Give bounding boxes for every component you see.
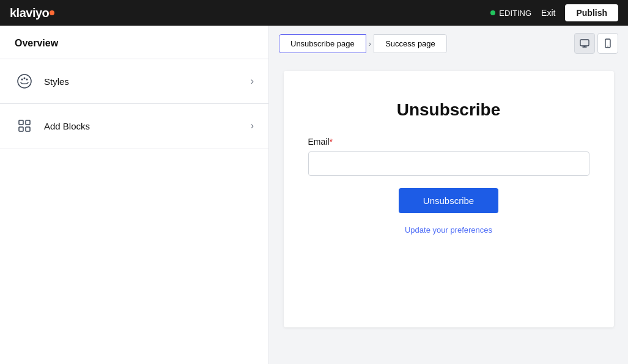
logo-text: klaviyo [10, 6, 49, 20]
svg-point-3 [26, 79, 28, 81]
form-title: Unsubscribe [397, 100, 501, 120]
sidebar-item-styles[interactable]: Styles › [0, 59, 268, 104]
sidebar-item-blocks-left: Add Blocks [15, 116, 90, 136]
svg-rect-7 [26, 127, 30, 131]
svg-point-1 [21, 79, 23, 81]
svg-point-12 [607, 46, 608, 47]
svg-point-2 [24, 78, 26, 79]
tab-success-page[interactable]: Success page [374, 34, 447, 53]
email-form-group: Email* [308, 137, 589, 176]
sidebar: Overview Styles › [0, 26, 269, 364]
palette-icon [15, 71, 34, 91]
preview-area: Unsubscribe Email* Unsubscribe Update yo… [269, 61, 628, 364]
content-area: Unsubscribe page › Success page [269, 26, 628, 364]
editing-indicator [490, 10, 495, 15]
sidebar-item-styles-left: Styles [15, 71, 69, 91]
email-input[interactable] [308, 151, 589, 176]
tab-bar: Unsubscribe page › Success page [269, 26, 628, 61]
required-star: * [330, 137, 333, 147]
preferences-link[interactable]: Update your preferences [405, 225, 492, 235]
main-layout: Overview Styles › [0, 26, 628, 364]
tab-separator-arrow: › [366, 39, 374, 48]
editing-status: EDITING [490, 9, 531, 18]
styles-label: Styles [44, 76, 69, 87]
blocks-chevron-icon: › [251, 120, 254, 131]
email-label: Email* [308, 137, 589, 147]
logo-dot [50, 10, 54, 15]
tab-unsubscribe-page[interactable]: Unsubscribe page [279, 34, 366, 53]
blocks-icon [15, 116, 34, 136]
app-header: klaviyo EDITING Exit Publish [0, 0, 628, 26]
svg-rect-8 [580, 40, 589, 46]
svg-rect-5 [26, 120, 30, 125]
preview-card: Unsubscribe Email* Unsubscribe Update yo… [284, 71, 614, 327]
desktop-view-button[interactable] [574, 33, 595, 54]
unsubscribe-button[interactable]: Unsubscribe [399, 188, 498, 213]
view-toggle-group [574, 33, 618, 54]
exit-button[interactable]: Exit [541, 8, 555, 18]
publish-button[interactable]: Publish [565, 4, 618, 21]
header-actions: EDITING Exit Publish [490, 4, 618, 21]
svg-point-0 [18, 75, 31, 88]
editing-label: EDITING [499, 9, 531, 18]
svg-rect-6 [19, 127, 23, 131]
logo: klaviyo [10, 6, 54, 20]
page-tabs: Unsubscribe page › Success page [279, 34, 447, 53]
sidebar-item-add-blocks[interactable]: Add Blocks › [0, 104, 268, 148]
styles-chevron-icon: › [251, 76, 254, 87]
sidebar-title: Overview [0, 26, 268, 59]
svg-rect-4 [19, 120, 23, 125]
mobile-view-button[interactable] [597, 33, 618, 54]
add-blocks-label: Add Blocks [44, 121, 90, 131]
